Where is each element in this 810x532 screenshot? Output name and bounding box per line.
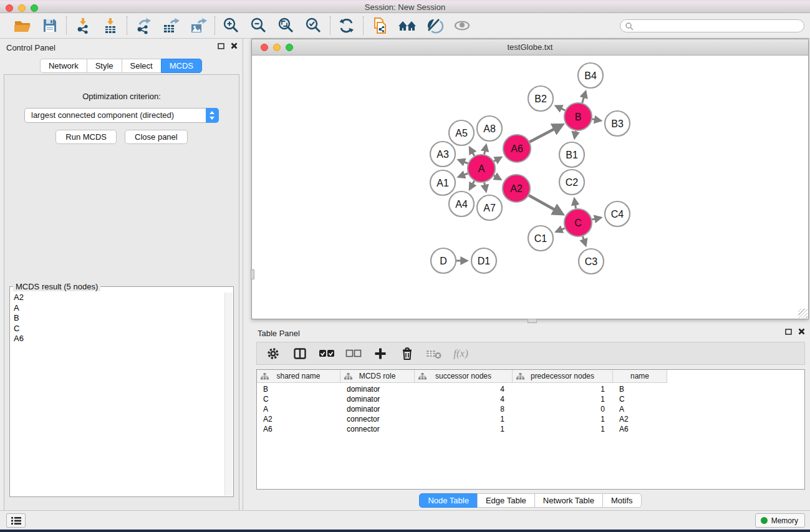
network-canvas[interactable]: B4B2BB3A8A5A6A3B1AA1C2A2A4A7C4CC1C3DD1: [252, 56, 808, 319]
zoom-in-button[interactable]: [221, 16, 242, 36]
result-scrollbar[interactable]: [224, 293, 233, 496]
graph-edge-A-A3[interactable]: [459, 160, 468, 163]
graph-edge-A-A8[interactable]: [485, 145, 486, 154]
function-builder-button[interactable]: f(x): [453, 346, 469, 362]
table-cell-successor-nodes[interactable]: 1: [415, 425, 513, 435]
table-cell-name[interactable]: A2: [613, 415, 667, 425]
graph-edge-C-C2[interactable]: [574, 200, 576, 209]
table-settings-button[interactable]: [265, 346, 281, 362]
tab-edge-table[interactable]: Edge Table: [477, 493, 535, 508]
column-header-successor-nodes[interactable]: successor nodes: [415, 370, 513, 383]
graph-edge-A-A5[interactable]: [470, 148, 475, 156]
graph-node-C[interactable]: C: [564, 209, 592, 236]
network-window-titlebar[interactable]: testGlobe.txt: [252, 39, 808, 56]
graph-node-B4[interactable]: B4: [578, 63, 603, 88]
export-table-button[interactable]: [160, 16, 181, 36]
table-cell-name[interactable]: C: [613, 395, 667, 405]
zoom-window-button[interactable]: [31, 4, 38, 12]
float-panel-icon[interactable]: [785, 329, 792, 335]
export-network-button[interactable]: [133, 16, 154, 36]
graph-node-A4[interactable]: A4: [449, 191, 474, 216]
table-cell-mcds-role[interactable]: connector: [340, 425, 415, 435]
column-header-name[interactable]: name: [613, 370, 667, 383]
table-row[interactable]: Adominator80A: [257, 405, 804, 415]
network-minimize-button[interactable]: [273, 44, 281, 51]
graph-edge-C-C1[interactable]: [557, 228, 565, 231]
column-header-mcds-role[interactable]: MCDS role: [340, 370, 415, 383]
graph-edge-B-B1[interactable]: [575, 131, 576, 138]
graph-node-C2[interactable]: C2: [559, 170, 584, 195]
tab-motifs[interactable]: Motifs: [602, 493, 642, 508]
mcds-result-item[interactable]: A: [11, 303, 224, 314]
table-cell-successor-nodes[interactable]: 8: [415, 405, 513, 415]
close-window-button[interactable]: [6, 4, 13, 12]
tab-mcds[interactable]: MCDS: [161, 59, 202, 73]
graph-node-C1[interactable]: C1: [528, 226, 553, 251]
zoom-out-button[interactable]: [248, 16, 269, 36]
graph-edge-A-A4[interactable]: [470, 181, 475, 189]
task-history-button[interactable]: [6, 513, 26, 528]
tab-network[interactable]: Network: [40, 59, 87, 73]
graph-node-D1[interactable]: D1: [471, 248, 496, 273]
column-header-shared-name[interactable]: shared name: [257, 370, 340, 383]
graph-edge-C-C4[interactable]: [592, 218, 600, 220]
graph-node-A8[interactable]: A8: [477, 116, 502, 141]
table-cell-successor-nodes[interactable]: 4: [415, 395, 513, 405]
table-cell-shared-name[interactable]: C: [257, 395, 340, 405]
save-session-button[interactable]: [39, 16, 60, 36]
graph-node-B1[interactable]: B1: [559, 142, 584, 167]
toggle-labels-button[interactable]: [424, 16, 445, 36]
create-column-button[interactable]: [372, 346, 388, 362]
table-cell-predecessor-nodes[interactable]: 1: [513, 425, 613, 435]
delete-table-button[interactable]: [426, 346, 442, 362]
table-cell-shared-name[interactable]: A2: [257, 415, 340, 425]
graph-node-A7[interactable]: A7: [477, 195, 502, 220]
table-cell-mcds-role[interactable]: dominator: [340, 405, 415, 415]
delete-column-button[interactable]: [399, 346, 415, 362]
show-hide-button[interactable]: [451, 16, 473, 36]
graph-node-A6[interactable]: A6: [503, 135, 531, 162]
float-panel-icon[interactable]: [218, 43, 224, 49]
graph-edge-B-B4[interactable]: [582, 92, 586, 103]
graph-node-A2[interactable]: A2: [503, 175, 530, 202]
table-cell-shared-name[interactable]: A6: [257, 425, 340, 435]
table-cell-mcds-role[interactable]: dominator: [340, 395, 415, 405]
graph-edge-A-A6[interactable]: [494, 158, 501, 162]
table-cell-predecessor-nodes[interactable]: 1: [513, 415, 613, 425]
graph-node-B[interactable]: B: [564, 103, 592, 130]
tab-style[interactable]: Style: [87, 59, 122, 73]
table-row[interactable]: A2connector11A2: [257, 415, 804, 425]
zoom-selected-button[interactable]: [303, 16, 324, 36]
mcds-result-item[interactable]: A2: [11, 293, 224, 303]
graph-edge-C-C3[interactable]: [582, 236, 586, 245]
close-panel-button[interactable]: Close panel: [125, 130, 188, 144]
table-cell-successor-nodes[interactable]: 1: [415, 415, 513, 425]
table-cell-mcds-role[interactable]: dominator: [340, 385, 415, 395]
table-row[interactable]: Bdominator41B: [257, 385, 804, 395]
graph-node-C3[interactable]: C3: [579, 249, 604, 274]
graph-edge-A-A7[interactable]: [485, 183, 486, 191]
table-cell-name[interactable]: A6: [613, 425, 667, 435]
graph-node-B2[interactable]: B2: [528, 86, 553, 111]
close-panel-icon[interactable]: [231, 42, 238, 49]
table-cell-predecessor-nodes[interactable]: 1: [513, 395, 613, 405]
column-header-predecessor-nodes[interactable]: predecessor nodes: [513, 370, 613, 383]
table-cell-mcds-role[interactable]: connector: [340, 415, 415, 425]
graph-node-C4[interactable]: C4: [605, 201, 630, 226]
criterion-dropdown[interactable]: largest connected component (directed): [24, 108, 219, 123]
mcds-result-item[interactable]: A6: [11, 334, 224, 344]
open-file-button[interactable]: [12, 16, 33, 36]
graph-node-A5[interactable]: A5: [449, 120, 474, 145]
import-table-button[interactable]: [100, 16, 121, 36]
search-input[interactable]: [634, 22, 804, 31]
tab-node-table[interactable]: Node Table: [419, 493, 478, 508]
table-cell-name[interactable]: A: [613, 405, 667, 415]
table-row[interactable]: A6connector11A6: [257, 425, 804, 435]
graph-edge-A2-C[interactable]: [529, 195, 562, 213]
resize-grip-icon[interactable]: [798, 309, 808, 318]
graph-edge-A-A1[interactable]: [459, 173, 468, 177]
graph-node-A3[interactable]: A3: [430, 142, 455, 167]
tab-select[interactable]: Select: [122, 59, 162, 73]
graph-edge-A6-B[interactable]: [529, 125, 561, 142]
close-panel-icon[interactable]: [798, 328, 805, 335]
